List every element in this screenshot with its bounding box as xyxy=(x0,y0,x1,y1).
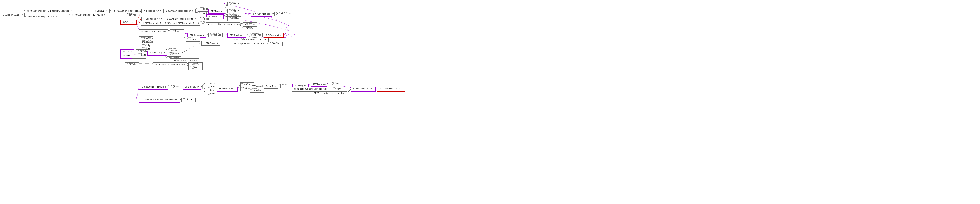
edge-label: _handler xyxy=(228,16,237,18)
edge-label: _color xyxy=(170,84,177,86)
svg-line-56 xyxy=(201,86,205,87)
svg-line-18 xyxy=(224,15,228,17)
node-SFXRGBColor_RGBRec: SFXRGBColor::RGBRec xyxy=(139,85,169,90)
svg-line-58 xyxy=(201,87,205,92)
node-SFXArray: SFXArray xyxy=(120,20,137,25)
edge-label: _graphics xyxy=(209,32,220,35)
node-SFXRGBColor: SFXRGBColor xyxy=(183,85,201,90)
node-SFYDistributer: SFYDistributer xyxy=(251,12,272,17)
edge-label: _color xyxy=(281,83,288,85)
edge-label: _flag xyxy=(239,37,244,39)
edge-label: _clip xyxy=(141,47,146,49)
node-SFXArray_CacheRecPtr: SFXArray< CacheRecPtr > xyxy=(165,17,198,21)
svg-line-14 xyxy=(225,4,228,9)
node-SFXClusterHeap_T_Alloc: SFXClusterHeap< T, Alloc > xyxy=(71,13,107,17)
node-SFYDistributer_ContextRec: SFYDistributer::ContextRec xyxy=(206,22,240,27)
node-SFZComboBoxControl_ColorRec: SFZComboBoxControl::ColorRec xyxy=(139,98,180,103)
svg-line-66 xyxy=(347,89,351,92)
node-SFYButtonControl: SFYButtonControl xyxy=(351,87,376,92)
edge-label: focus xyxy=(241,86,247,88)
edge-label: _distributer xyxy=(275,11,289,13)
edge-label: _renderer xyxy=(249,35,259,37)
edge-label: _color xyxy=(182,97,189,99)
svg-line-61 xyxy=(278,85,280,85)
node-Uint32: < Uint32 > xyxy=(92,9,110,13)
node-SFYResponder: SFYResponder xyxy=(264,33,284,38)
edge-label: _font xyxy=(170,29,176,31)
svg-line-69 xyxy=(137,87,139,99)
edge-label: _update xyxy=(168,51,176,54)
node-NodeRecPtr_tmpl: < NodeRecPtr > xyxy=(142,9,164,13)
edge-label: _global xyxy=(187,37,195,39)
svg-line-55 xyxy=(201,83,205,87)
svg-line-60 xyxy=(238,88,240,88)
edge-label: _renderer xyxy=(249,32,259,35)
edge-label: _node xyxy=(199,11,204,13)
node-SFXBevelColor: SFXBevelColor xyxy=(217,87,238,92)
svg-line-59 xyxy=(238,84,240,88)
node-SFAClusterHeap_SFDDebugAllocator: SFAClusterHeap< SFDDebugAllocator > xyxy=(26,9,70,13)
node-SFZComboBoxControl: SFZComboBoxControl xyxy=(377,87,405,92)
node-SFXArray_SFYResponderPtr: SFXArray< SFYResponderPtr > xyxy=(164,21,200,26)
edge-label: _shadow xyxy=(250,88,258,90)
node-SFYTracer: SFYTracer xyxy=(208,9,225,14)
svg-line-63 xyxy=(309,84,311,85)
node-SFYRenderer_ContextRec: SFYRenderer::ContextRec xyxy=(153,62,187,67)
edge-label: _origin xyxy=(137,49,145,51)
svg-line-27 xyxy=(240,25,243,28)
edge-label: _exception xyxy=(168,56,179,58)
node-arrow_label: _arrow xyxy=(205,92,219,96)
svg-line-28 xyxy=(137,24,139,31)
edge-label: _virtual xyxy=(189,62,198,64)
edge-label: _translate xyxy=(140,36,151,38)
node-T_tmpl: T xyxy=(132,59,146,63)
edge-label: _render xyxy=(168,48,176,50)
edge-label: _tracer xyxy=(228,8,236,11)
edge-label: _key xyxy=(332,87,336,89)
node-static_exception_SFCError: static_exception< SFCError > xyxy=(232,38,269,42)
edge-label: _translate xyxy=(140,40,151,42)
edge-label: _context xyxy=(269,41,278,43)
edge-label: _color xyxy=(329,81,336,84)
node-SFXGraphics_FontRec: SFXGraphics::FontRec xyxy=(139,29,169,34)
diagram-container: SFAHeap< Alloc >SFAClusterHeap< SFDDebug… xyxy=(0,0,980,204)
node-SFXRectangle: SFXRectangle xyxy=(147,51,167,55)
svg-line-32 xyxy=(184,37,186,38)
node-SFYButtonControl_KeyRec: SFYButtonControl::KeyRec xyxy=(311,91,347,96)
edge-label: _origin xyxy=(126,62,134,64)
edge-label: _real xyxy=(189,65,195,68)
edge-label: _clip xyxy=(141,43,146,45)
node-SFYControl: SFYControl xyxy=(311,82,328,87)
edge-label: _buffer xyxy=(126,13,134,14)
edge-label: _node xyxy=(199,16,204,19)
edge-label: _dcontext xyxy=(243,22,253,24)
edge-label: button xyxy=(241,82,248,84)
edge-label: _node xyxy=(199,6,204,9)
node-SFXSize: SFXSize xyxy=(120,54,134,59)
edge-label: _child xyxy=(243,26,250,28)
edge-label: _size xyxy=(137,52,142,55)
node-SFXArray_NodeRecPtr: SFXArray< NodeRecPtr > xyxy=(164,9,196,13)
svg-line-21 xyxy=(137,19,142,23)
node-SFYResponder_ContextRec: SFYResponder::ContextRec xyxy=(232,42,266,46)
svg-line-42 xyxy=(165,57,167,58)
node-CacheRecPtr_tmpl: < CacheRecPtr > xyxy=(142,17,164,21)
svg-line-16 xyxy=(225,13,228,16)
edge-label: _handler xyxy=(228,13,237,15)
node-SFCError_tmpl: < SFCError > xyxy=(201,41,220,46)
svg-line-57 xyxy=(201,87,205,89)
svg-line-40 xyxy=(165,49,167,50)
node-SFYButtonControl_ColorRec: SFYButtonControl::ColorRec xyxy=(292,87,330,92)
edge-label: _tracer xyxy=(228,1,236,3)
node-SFAClusterHeap_Alloc: SFAClusterHeap< Alloc > xyxy=(26,14,59,19)
edge-label: _cache xyxy=(199,20,205,22)
node-SFAHeap_Alloc: SFAHeap< Alloc > xyxy=(1,13,25,17)
